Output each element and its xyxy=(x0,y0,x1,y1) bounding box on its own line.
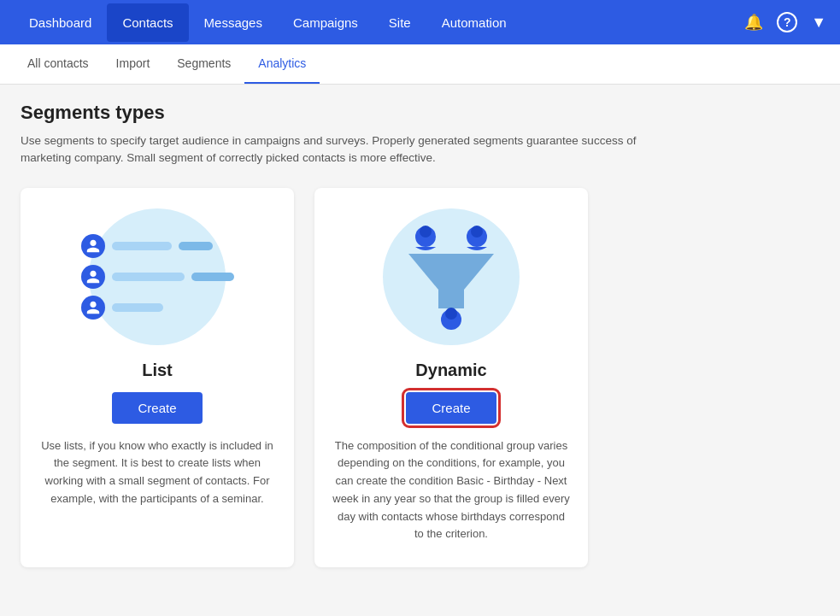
page-description: Use segments to specify target audience … xyxy=(21,132,670,167)
subnav-segments[interactable]: Segments xyxy=(163,44,244,84)
list-card-title: List xyxy=(142,361,173,380)
dynamic-card-description: The composition of the conditional group… xyxy=(332,437,571,544)
nav-contacts[interactable]: Contacts xyxy=(107,3,188,42)
svg-point-1 xyxy=(420,226,432,238)
bell-icon[interactable]: 🔔 xyxy=(744,13,763,32)
page-content: Segments types Use segments to specify t… xyxy=(0,85,840,616)
list-card: List Create Use lists, if you know who e… xyxy=(21,188,294,568)
sub-navigation: All contacts Import Segments Analytics xyxy=(0,44,840,85)
nav-site[interactable]: Site xyxy=(373,3,426,42)
svg-point-3 xyxy=(471,226,483,238)
subnav-import[interactable]: Import xyxy=(103,44,164,84)
help-icon[interactable]: ? xyxy=(777,12,797,32)
nav-right-icons: 🔔 ? ▼ xyxy=(744,12,826,32)
svg-point-7 xyxy=(445,308,457,320)
nav-automation[interactable]: Automation xyxy=(426,3,522,42)
svg-rect-5 xyxy=(438,290,464,308)
subnav-all-contacts[interactable]: All contacts xyxy=(14,44,103,84)
list-card-description: Use lists, if you know who exactly is in… xyxy=(38,437,277,508)
subnav-analytics[interactable]: Analytics xyxy=(244,44,320,84)
nav-dashboard[interactable]: Dashboard xyxy=(14,3,107,42)
dynamic-card-title: Dynamic xyxy=(415,361,486,380)
list-create-button[interactable]: Create xyxy=(112,392,202,424)
top-navigation: Dashboard Contacts Messages Campaigns Si… xyxy=(0,0,840,44)
nav-campaigns[interactable]: Campaigns xyxy=(278,3,373,42)
chevron-down-icon[interactable]: ▼ xyxy=(811,14,826,32)
dynamic-create-button[interactable]: Create xyxy=(406,392,496,424)
page-title: Segments types xyxy=(21,102,819,124)
nav-messages[interactable]: Messages xyxy=(189,3,278,42)
cards-container: List Create Use lists, if you know who e… xyxy=(21,188,819,568)
list-illustration xyxy=(89,208,226,345)
dynamic-card: Dynamic Create The composition of the co… xyxy=(314,188,588,568)
svg-marker-4 xyxy=(408,254,494,290)
dynamic-illustration xyxy=(383,208,520,345)
